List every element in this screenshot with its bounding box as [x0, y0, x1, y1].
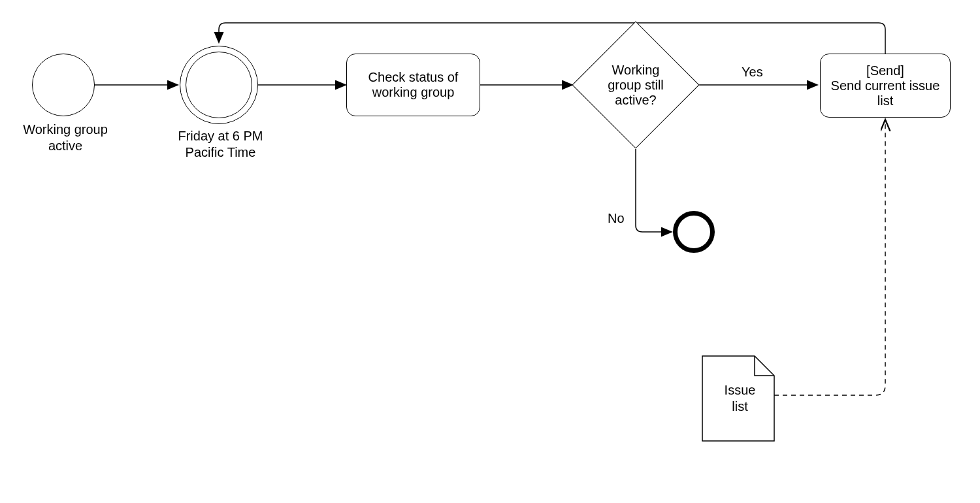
- edge-label-no: No: [608, 210, 625, 226]
- task-send-issue-list: [Send] Send current issue list: [820, 54, 951, 118]
- timer-event-label: Friday at 6 PM Pacific Time: [163, 128, 278, 161]
- clock-icon: [192, 58, 246, 112]
- task-check-status: Check status of working group: [346, 54, 480, 116]
- edge-label-yes: Yes: [742, 64, 763, 80]
- task-send-label: [Send] Send current issue list: [826, 63, 945, 108]
- document-icon: [702, 356, 774, 441]
- gateway-still-active: Working group still active?: [591, 40, 681, 130]
- gateway-label: Working group still active?: [602, 63, 669, 108]
- envelope-icon: [46, 73, 80, 97]
- end-event: [673, 211, 715, 253]
- start-event-label: Working group active: [13, 122, 118, 154]
- task-check-status-label: Check status of working group: [352, 70, 474, 100]
